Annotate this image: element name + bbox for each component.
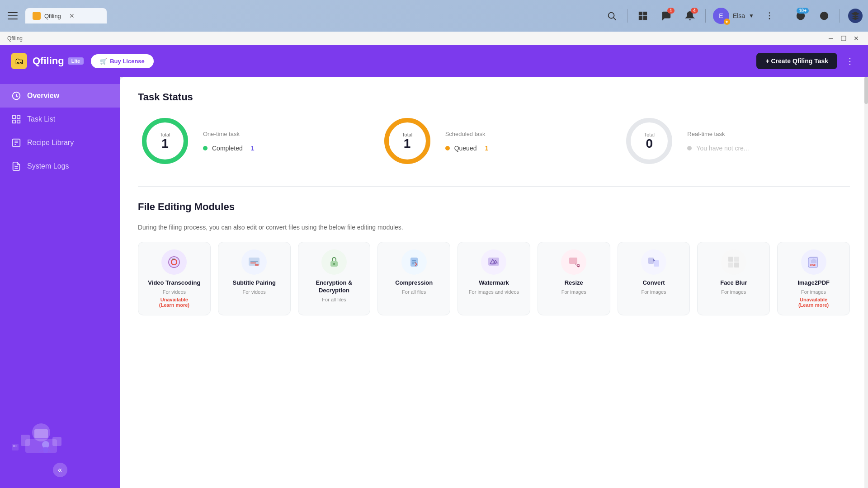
overview-icon: [11, 90, 22, 101]
header-more-button[interactable]: ⋮: [843, 54, 857, 68]
queued-stat: Queued 1: [445, 145, 489, 152]
task-status-grid: Total 1 One-time task Completed 1: [138, 114, 850, 168]
task-status-title: Task Status: [138, 91, 850, 103]
completed-label: Completed: [212, 145, 243, 152]
notifications-badge: 4: [691, 8, 698, 14]
sidebar-item-recipe-library[interactable]: Recipe Library: [0, 131, 120, 155]
module-image2pdf[interactable]: PDF Image2PDF For images Unavailable(Lea…: [777, 242, 850, 315]
image2pdf-name: Image2PDF: [797, 279, 830, 287]
svg-rect-28: [43, 447, 48, 453]
close-button[interactable]: ✕: [852, 34, 861, 43]
face-blur-icon: [721, 249, 746, 275]
scheduled-stats: Scheduled task Queued 1: [445, 131, 489, 152]
watermark-icon: WM: [481, 249, 506, 275]
search-button[interactable]: [604, 8, 620, 24]
image2pdf-desc: For images: [801, 289, 826, 295]
encryption-icon: [321, 249, 347, 275]
watermark-desc: For images and videos: [469, 289, 519, 295]
divider2: [705, 9, 706, 23]
create-task-button[interactable]: + Create Qfiling Task: [756, 53, 837, 69]
svg-point-27: [42, 441, 49, 448]
module-resize[interactable]: Resize For images: [538, 242, 610, 315]
svg-rect-58: [728, 257, 733, 262]
avatar: E ★: [713, 8, 729, 24]
svg-rect-45: [255, 264, 259, 266]
one-time-total: 1: [160, 137, 170, 150]
completed-dot: [203, 146, 208, 150]
svg-rect-12: [13, 116, 15, 118]
module-watermark[interactable]: WM Watermark For images and videos: [458, 242, 530, 315]
compression-desc: For all files: [402, 289, 426, 295]
video-transcoding-desc: For videos: [163, 289, 186, 295]
svg-rect-3: [644, 12, 646, 15]
sidebar-illustration: [7, 412, 75, 457]
module-face-blur[interactable]: Face Blur For images: [697, 242, 770, 315]
svg-rect-25: [21, 435, 30, 446]
minimize-button[interactable]: ─: [826, 34, 835, 43]
svg-point-8: [769, 18, 770, 19]
svg-rect-33: [15, 445, 17, 447]
scrollbar-track[interactable]: [864, 77, 868, 488]
window-controls: ─ ❐ ✕: [826, 34, 861, 43]
svg-point-7: [769, 15, 770, 17]
sidebar-item-overview[interactable]: Overview: [0, 84, 120, 108]
messages-badge: 1: [667, 8, 675, 14]
system-logs-label: System Logs: [27, 162, 69, 170]
restore-button[interactable]: ❐: [839, 34, 848, 43]
documents-button[interactable]: [635, 8, 651, 24]
svg-line-1: [613, 18, 616, 20]
more-options-button[interactable]: [761, 8, 778, 24]
module-compression[interactable]: Compression For all files: [377, 242, 450, 315]
svg-point-6: [769, 12, 770, 14]
active-tab[interactable]: Qfiling ✕: [25, 8, 107, 23]
chevron-down-icon: ▼: [749, 13, 754, 19]
svg-rect-2: [639, 12, 642, 15]
browser-menu-button[interactable]: [5, 8, 21, 24]
module-convert[interactable]: Convert For images: [618, 242, 690, 315]
face-blur-name: Face Blur: [720, 279, 747, 287]
buy-license-button[interactable]: 🛒 Buy License: [91, 54, 154, 68]
app-icon-button[interactable]: [847, 8, 863, 24]
compression-icon: [401, 249, 427, 275]
resize-name: Resize: [565, 279, 583, 287]
encryption-name: Encryption & Decryption: [304, 279, 365, 295]
svg-text:WM: WM: [491, 263, 495, 265]
messages-button[interactable]: 1: [658, 8, 675, 24]
overview-label: Overview: [27, 92, 59, 100]
collapse-button[interactable]: «: [53, 463, 67, 477]
tab-title: Qfiling: [44, 13, 61, 19]
video-transcoding-unavailable: Unavailable(Learn more): [159, 297, 189, 308]
sidebar-item-task-list[interactable]: Task List: [0, 108, 120, 131]
subtitle-pairing-icon: [241, 249, 267, 275]
module-video-transcoding[interactable]: Video Transcoding For videos Unavailable…: [138, 242, 211, 315]
file-editing-title: File Editing Modules: [138, 201, 850, 213]
online-indicator-button[interactable]: 10+: [793, 8, 809, 24]
queued-dot: [445, 146, 450, 150]
scrollbar-thumb[interactable]: [864, 77, 868, 104]
watermark-name: Watermark: [479, 279, 509, 287]
image2pdf-icon: PDF: [801, 249, 826, 275]
user-area[interactable]: E ★ Elsa ▼: [713, 8, 754, 24]
svg-rect-5: [644, 17, 646, 19]
module-encryption[interactable]: Encryption & Decryption For all files: [298, 242, 371, 315]
recipe-library-label: Recipe Library: [27, 139, 74, 147]
compression-name: Compression: [395, 279, 433, 287]
clock-button[interactable]: [816, 8, 832, 24]
svg-point-39: [169, 257, 179, 267]
svg-rect-61: [734, 263, 739, 267]
svg-rect-54: [569, 258, 577, 264]
sidebar-item-system-logs[interactable]: System Logs: [0, 155, 120, 178]
realtime-donut: Total 0: [622, 114, 676, 168]
svg-rect-59: [734, 257, 739, 262]
face-blur-desc: For images: [721, 289, 746, 295]
svg-rect-60: [728, 263, 733, 267]
one-time-task-card: Total 1 One-time task Completed 1: [138, 114, 366, 168]
section-divider: [138, 186, 850, 187]
video-transcoding-name: Video Transcoding: [148, 279, 200, 287]
module-subtitle-pairing[interactable]: Subtitle Pairing For videos: [218, 242, 291, 315]
one-time-label: One-time task: [203, 131, 255, 137]
browser-chrome: Qfiling ✕ 1 4 E ★ Elsa ▼: [0, 0, 868, 32]
notifications-button[interactable]: 4: [682, 8, 698, 24]
queued-label: Queued: [454, 145, 477, 152]
tab-close-button[interactable]: ✕: [68, 12, 75, 19]
